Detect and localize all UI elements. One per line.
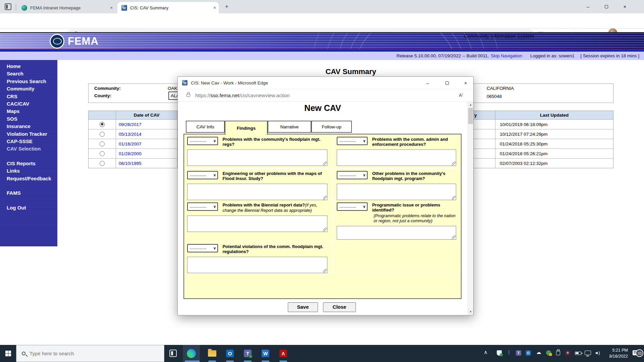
last-updated-value: 10/01/2019 06:18:09pm [495,122,548,127]
table-row: 01/16/2007 [89,139,177,148]
close-tab-icon[interactable]: × [211,5,219,10]
sidebar-item-cap-ssse[interactable]: CAP-SSSE [7,138,57,145]
taskbar-search[interactable] [16,345,164,362]
search-input[interactable] [30,351,130,356]
table-row: 10/12/2017 07:24:29pm [474,129,613,139]
dialog-scrollbar[interactable]: ▲ ▼ [468,102,473,315]
start-button[interactable] [0,345,16,362]
finding-select[interactable]: ------------∨ [337,202,368,211]
sidebar-item-community[interactable]: Community [7,85,57,93]
sidebar-item-maps[interactable]: Maps [7,108,57,115]
scroll-up-icon[interactable]: ▲ [468,102,473,108]
taskbar-file-explorer[interactable] [204,345,221,362]
finding-select[interactable]: ------------∨ [187,202,218,211]
save-button[interactable]: Save [288,302,318,312]
sidebar-item-request-feedback[interactable]: Request/Feedback [7,175,57,182]
outlook-tray-icon[interactable]: O [526,350,531,356]
finding-textarea[interactable] [337,149,456,166]
finding-textarea[interactable] [337,184,456,200]
finding-label: Potential violations of the comm. floodp… [222,244,327,254]
close-tab-icon[interactable]: × [107,5,115,10]
finding-select[interactable]: ------------∨ [187,137,218,145]
sidebar-item-crs[interactable]: CRS [7,93,57,100]
finding-cell-empty [334,242,461,274]
dialog-maximize-button[interactable] [442,79,452,87]
sidebar-item-fams[interactable]: FAMS [7,189,57,197]
new-cav-dialog: CIS: New Cav - Work - Microsoft Edge – ×… [177,76,474,315]
read-aloud-icon[interactable]: A⁾ [459,93,463,98]
sidebar-item-cac-cav[interactable]: CAC/CAV [7,100,57,108]
cav-date-link[interactable]: 09/26/2017 [116,122,142,127]
dialog-close-button[interactable]: × [460,79,471,87]
finding-select[interactable]: ------------∨ [187,244,218,252]
finding-select[interactable]: ------------∨ [187,171,218,179]
workspaces-icon[interactable] [5,3,11,10]
bluetooth-icon[interactable]: ᛒ [505,349,513,355]
tab-divider [16,4,16,10]
dialog-address-bar: https://sso.fema.net/cis/cavnewview.acti… [178,89,473,102]
vpn-lock-icon[interactable] [546,350,551,355]
tab-findings[interactable]: Findings [225,121,268,135]
system-name: Community Information System [464,33,534,39]
new-tab-button[interactable]: + [223,3,231,10]
finding-textarea[interactable] [187,216,327,232]
finding-textarea[interactable] [187,149,327,166]
sidebar-item-violation-tracker[interactable]: Violation Tracker [7,130,57,138]
sidebar-item-cis-reports[interactable]: CIS Reports [7,160,57,167]
network-display-icon[interactable] [585,351,591,355]
teams-tray-icon[interactable]: T [516,350,521,356]
security-shield-icon[interactable] [497,350,502,356]
finding-textarea[interactable] [187,184,327,200]
finding-select[interactable]: ------------∨ [337,137,368,145]
scrollbar-thumb[interactable] [468,108,473,124]
scroll-down-icon[interactable]: ▼ [468,309,473,315]
sidebar-item-previous-search[interactable]: Previous Search [7,78,57,85]
onedrive-icon[interactable]: ☁ [535,349,543,355]
close-button[interactable]: Close [323,302,356,312]
row-radio[interactable] [100,161,105,166]
sidebar-item-sos[interactable]: SOS [7,115,57,123]
window-minimize-button[interactable]: – [583,3,593,10]
window-close-button[interactable]: × [620,3,630,10]
battery-icon[interactable] [575,352,581,355]
tab-cav-summary-active[interactable]: CIS: CAV Summary × [117,2,219,13]
cav-date-link[interactable]: 08/10/1995 [116,161,142,166]
row-radio[interactable] [100,141,105,146]
taskbar-clock[interactable]: 5:21 PM 8/16/2022 [599,347,628,359]
sidebar-item-search[interactable]: Search [7,70,57,77]
finding-textarea[interactable] [337,226,456,240]
taskbar-teams[interactable]: T [239,345,256,362]
tab-follow-up[interactable]: Follow-up [311,121,352,133]
tab-cav-info[interactable]: CAV Info [186,121,225,133]
app-tray-icon[interactable] [565,350,571,356]
release-text: Release 5.10.00.00, 07/19/2022 -- Build … [396,53,489,58]
taskbar-word[interactable]: W [257,345,274,362]
notification-badge[interactable]: 33 [636,349,643,357]
tab-narrative[interactable]: Narrative [268,121,311,133]
search-icon [22,352,25,355]
task-view-icon[interactable] [169,350,177,357]
dialog-minimize-button[interactable]: – [422,79,433,87]
skip-navigation-link[interactable]: Skip Navigation [491,53,522,58]
finding-cell: ------------∨ Problems with the communit… [184,134,333,169]
sidebar-item-home[interactable]: Home [7,63,57,70]
taskbar-acrobat[interactable]: Λ [275,345,292,362]
row-radio-selected[interactable] [100,122,105,127]
finding-textarea[interactable] [187,257,327,273]
usb-icon[interactable] [556,351,560,355]
tray-expand-icon[interactable]: ∧ [482,349,490,355]
row-radio[interactable] [100,151,105,156]
window-maximize-button[interactable] [601,3,611,10]
cav-date-link[interactable]: 01/16/2007 [116,141,142,146]
taskbar-outlook[interactable]: O [221,345,238,362]
finding-select[interactable]: ------------∨ [337,171,368,179]
chevron-down-icon: ∨ [213,139,216,143]
row-radio[interactable] [100,132,105,137]
taskbar-edge[interactable] [183,345,200,362]
cav-date-link[interactable]: 05/13/2014 [116,132,142,137]
cav-date-link[interactable]: 01/28/2000 [116,151,142,156]
sidebar-item-links[interactable]: Links [7,167,57,175]
tab-fema-intranet[interactable]: FEMA Intranet Homepage × [17,2,115,13]
sidebar-item-insurance[interactable]: Insurance [7,123,57,130]
sidebar-item-log-out[interactable]: Log Out [7,204,57,212]
